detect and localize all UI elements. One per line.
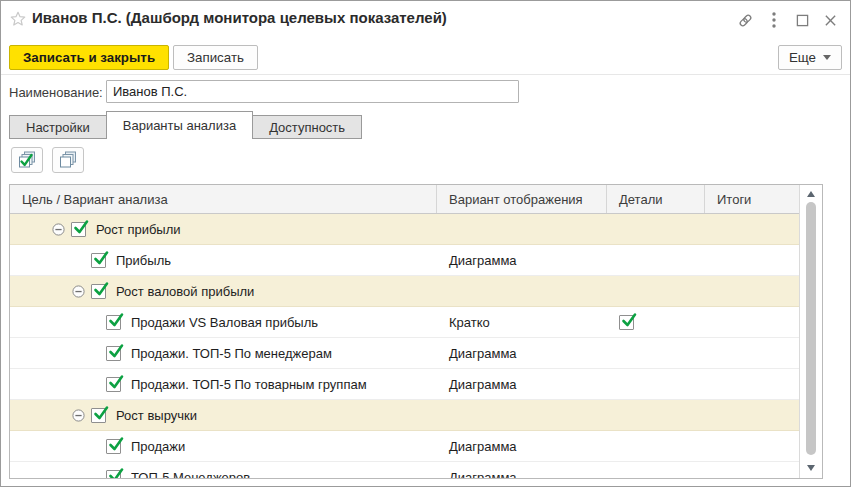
row-label: Рост выручки [116, 408, 197, 423]
display-variant-cell: Диаграмма [437, 369, 607, 399]
more-button-label: Еще [789, 50, 816, 65]
totals-cell [705, 276, 800, 306]
row-label: Продажи. ТОП-5 По менеджерам [131, 346, 332, 361]
table-row[interactable]: ПродажиДиаграмма [10, 431, 800, 462]
tab-strip: Настройки Варианты анализа Доступность [9, 111, 362, 139]
row-label: Продажи VS Валовая прибыль [131, 315, 318, 330]
column-header-display-variant: Вариант отображения [437, 185, 607, 213]
details-cell [607, 400, 705, 430]
totals-cell [705, 462, 800, 478]
scroll-down-icon[interactable] [800, 461, 822, 475]
row-checkbox[interactable] [106, 346, 121, 361]
row-checkbox[interactable] [91, 253, 106, 268]
command-bar: Записать и закрыть Записать Еще [1, 39, 850, 75]
totals-cell [705, 369, 800, 399]
totals-cell [705, 338, 800, 368]
row-label: Продажи [131, 439, 185, 454]
table-row[interactable]: Продажи VS Валовая прибыльКратко [10, 307, 800, 338]
row-checkbox[interactable] [106, 470, 121, 479]
favorite-star-icon[interactable] [9, 10, 27, 28]
details-cell [607, 276, 705, 306]
tab-analysis-variants[interactable]: Варианты анализа [106, 111, 253, 139]
set-all-flags-button[interactable] [11, 147, 43, 173]
collapse-group-icon[interactable] [72, 285, 85, 298]
table-toolbar [11, 147, 84, 174]
column-header-totals: Итоги [705, 185, 800, 213]
app-window: Иванов П.С. (Дашборд монитора целевых по… [0, 0, 851, 487]
row-label: ТОП-5 Менеджеров [131, 470, 250, 479]
row-checkbox[interactable] [91, 284, 106, 299]
save-and-close-button[interactable]: Записать и закрыть [9, 45, 169, 70]
details-cell [607, 307, 705, 337]
tab-accessibility[interactable]: Доступность [253, 115, 362, 139]
row-label: Продажи. ТОП-5 По товарным группам [131, 377, 367, 392]
display-variant-cell: Диаграмма [437, 431, 607, 461]
window-title: Иванов П.С. (Дашборд монитора целевых по… [32, 9, 447, 26]
table-rows: Рост прибылиПрибыльДиаграммаРост валовой… [10, 214, 800, 478]
set-all-flags-icon [17, 149, 37, 172]
display-variant-cell: Кратко [437, 307, 607, 337]
details-cell [607, 462, 705, 478]
scroll-up-icon[interactable] [800, 187, 822, 201]
display-variant-cell: Диаграмма [437, 462, 607, 478]
table-row[interactable]: Рост прибыли [10, 214, 800, 245]
table-row[interactable]: Рост валовой прибыли [10, 276, 800, 307]
table-row[interactable]: Продажи. ТОП-5 По товарным группамДиагра… [10, 369, 800, 400]
more-button[interactable]: Еще [778, 45, 842, 70]
close-icon[interactable] [820, 10, 840, 30]
chevron-down-icon [823, 55, 831, 60]
row-checkbox[interactable] [106, 315, 121, 330]
vertical-scrollbar[interactable] [799, 185, 822, 478]
maximize-icon[interactable] [792, 10, 812, 30]
totals-cell [705, 245, 800, 275]
totals-cell [705, 400, 800, 430]
name-label: Наименование: [9, 85, 103, 100]
totals-cell [705, 307, 800, 337]
more-menu-icon[interactable] [764, 10, 784, 30]
title-bar: Иванов П.С. (Дашборд монитора целевых по… [1, 1, 850, 38]
details-cell [607, 431, 705, 461]
details-cell [607, 338, 705, 368]
display-variant-cell: Диаграмма [437, 245, 607, 275]
display-variant-cell: Диаграмма [437, 338, 607, 368]
row-checkbox[interactable] [71, 222, 86, 237]
name-input[interactable] [106, 80, 519, 103]
display-variant-cell [437, 400, 607, 430]
collapse-group-icon[interactable] [72, 409, 85, 422]
details-cell [607, 245, 705, 275]
table-row[interactable]: ТОП-5 МенеджеровДиаграмма [10, 462, 800, 478]
scrollbar-thumb[interactable] [806, 202, 816, 455]
column-header-goal: Цель / Вариант анализа [10, 185, 437, 213]
row-label: Рост валовой прибыли [116, 284, 254, 299]
clear-all-flags-button[interactable] [52, 147, 84, 173]
details-cell [607, 214, 705, 244]
table-header: Цель / Вариант анализа Вариант отображен… [10, 185, 800, 214]
tab-settings[interactable]: Настройки [9, 115, 107, 139]
totals-cell [705, 214, 800, 244]
clear-all-flags-icon [58, 149, 78, 172]
display-variant-cell [437, 214, 607, 244]
display-variant-cell [437, 276, 607, 306]
analysis-variants-table: Цель / Вариант анализа Вариант отображен… [9, 184, 823, 479]
table-row[interactable]: ПрибыльДиаграмма [10, 245, 800, 276]
totals-cell [705, 431, 800, 461]
row-checkbox[interactable] [106, 439, 121, 454]
table-row[interactable]: Продажи. ТОП-5 По менеджерамДиаграмма [10, 338, 800, 369]
row-checkbox[interactable] [106, 377, 121, 392]
table-row[interactable]: Рост выручки [10, 400, 800, 431]
save-button[interactable]: Записать [173, 45, 258, 70]
column-header-details: Детали [607, 185, 705, 213]
row-label: Рост прибыли [96, 222, 181, 237]
collapse-group-icon[interactable] [52, 223, 65, 236]
row-checkbox[interactable] [91, 408, 106, 423]
get-link-icon[interactable] [735, 10, 755, 30]
row-label: Прибыль [116, 253, 171, 268]
details-checkbox[interactable] [619, 315, 634, 330]
details-cell [607, 369, 705, 399]
name-form-row: Наименование: [1, 75, 850, 109]
